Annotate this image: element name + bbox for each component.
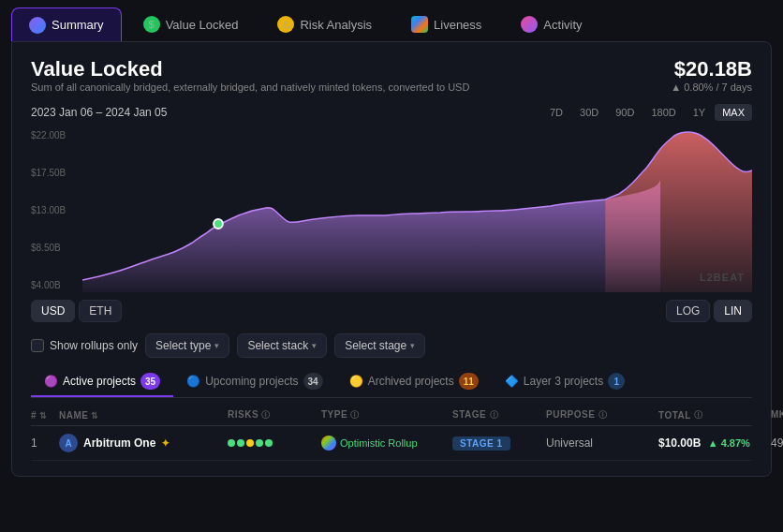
row-name: A Arbitrum One ✦ (59, 434, 228, 452)
chevron-down-icon: ▾ (410, 341, 415, 350)
range-180d[interactable]: 180D (643, 104, 683, 121)
filter-type-button[interactable]: Select type ▾ (145, 333, 229, 358)
table-row: 1 A Arbitrum One ✦ Optimistic Rollup STA… (31, 426, 752, 461)
rollup-checkbox[interactable] (31, 339, 44, 352)
tab-risk-analysis-label: Risk Analysis (300, 18, 372, 32)
scale-group: LOG LIN (666, 300, 752, 322)
col-stage-label: STAGE (452, 409, 486, 420)
tab-activity-label: Activity (543, 18, 582, 32)
currency-usd[interactable]: USD (31, 300, 75, 322)
col-total-label: TOTAL (658, 410, 691, 421)
archived-projects-icon: 🟡 (349, 375, 363, 388)
chart-area-red (605, 132, 752, 292)
filter-stack-button[interactable]: Select stack ▾ (237, 333, 327, 358)
chart-period: / 7 days (716, 81, 752, 93)
upcoming-projects-icon: 🔵 (186, 375, 200, 388)
chart-title: Value Locked (31, 57, 469, 81)
tab-value-locked-label: Value Locked (166, 18, 239, 32)
main-panel: Value Locked Sum of all canonically brid… (11, 41, 772, 477)
tab-activity[interactable]: Activity (503, 7, 599, 41)
currency-row: USD ETH LOG LIN (31, 300, 752, 322)
filter-stage-button[interactable]: Select stage ▾ (334, 333, 425, 358)
tab-liveness[interactable]: Liveness (393, 7, 499, 41)
range-30d[interactable]: 30D (572, 104, 606, 121)
col-header-risks: RISKS ⓘ (228, 409, 321, 421)
info-icon: ⓘ (261, 410, 271, 420)
chart-marker-dot (214, 219, 223, 229)
filter-row: Show rollups only Select type ▾ Select s… (31, 333, 752, 358)
range-7d[interactable]: 7D (542, 104, 570, 121)
col-type-label: TYPE (321, 409, 347, 420)
row-total: $10.00B ▲ 4.87% (658, 436, 771, 450)
tab-value-locked[interactable]: $ Value Locked (126, 7, 257, 41)
col-header-num[interactable]: # ⇅ (31, 409, 59, 421)
scale-log[interactable]: LOG (666, 300, 710, 322)
row-purpose: Universal (546, 436, 658, 450)
row-type-text: Optimistic Rollup (340, 437, 418, 449)
chart-svg (82, 128, 752, 292)
tab-archived-projects[interactable]: 🟡 Archived projects 11 (336, 367, 492, 397)
chart-change-value: ▲ 0.80% (671, 81, 713, 93)
chevron-down-icon: ▾ (312, 341, 317, 350)
active-projects-badge: 35 (140, 373, 160, 390)
tab-layer3-projects[interactable]: 🔷 Layer 3 projects 1 (492, 367, 638, 397)
info-icon: ⓘ (598, 410, 608, 420)
tab-active-projects[interactable]: 🟣 Active projects 35 (31, 367, 173, 397)
layer3-projects-icon: 🔷 (505, 375, 519, 388)
chart-y-labels: $22.00B $17.50B $13.00B $8.50B $4.00B (31, 128, 66, 292)
y-label-1: $17.50B (31, 168, 66, 178)
col-header-type: TYPE ⓘ (321, 409, 452, 421)
range-1y[interactable]: 1Y (686, 104, 713, 121)
y-label-2: $13.00B (31, 205, 66, 215)
row-change: ▲ 4.87% (708, 437, 750, 449)
value-locked-title: Value Locked Sum of all canonically brid… (31, 57, 469, 100)
scale-lin[interactable]: LIN (714, 300, 752, 322)
col-header-total[interactable]: TOTAL ⓘ (658, 409, 771, 421)
chart-svg-area: L2BEAT (82, 128, 752, 292)
col-mktshare-label: MKT SHARE (771, 409, 783, 420)
filter-stack-label: Select stack (247, 339, 308, 352)
risk-dot-2 (237, 439, 244, 447)
col-header-mktshare: MKT SHARE ⓘ (771, 409, 783, 421)
tab-upcoming-projects[interactable]: 🔵 Upcoming projects 34 (173, 367, 336, 397)
tab-risk-analysis[interactable]: ⚠ Risk Analysis (259, 7, 390, 41)
active-projects-label: Active projects (63, 375, 136, 388)
nav-tabs: Summary $ Value Locked ⚠ Risk Analysis L… (0, 0, 783, 41)
value-locked-header: Value Locked Sum of all canonically brid… (31, 57, 752, 100)
sort-icon: ⇅ (91, 411, 99, 421)
liveness-icon (411, 16, 428, 33)
chart-change: ▲ 0.80% / 7 days (671, 81, 752, 93)
layer3-projects-badge: 1 (608, 373, 625, 390)
y-label-0: $22.00B (31, 130, 66, 140)
row-type: Optimistic Rollup (321, 436, 452, 451)
col-header-name[interactable]: NAME ⇅ (59, 409, 228, 421)
col-header-stage: STAGE ⓘ (452, 409, 546, 421)
col-purpose-label: PURPOSE (546, 409, 595, 420)
rollup-label: Show rollups only (50, 339, 138, 352)
tab-summary[interactable]: Summary (11, 7, 122, 41)
value-locked-amount-block: $20.18B ▲ 0.80% / 7 days (671, 57, 752, 93)
verified-icon: ✦ (161, 437, 170, 450)
col-header-purpose: PURPOSE ⓘ (546, 409, 658, 421)
layer3-projects-label: Layer 3 projects (524, 375, 603, 388)
row-name-text: Arbitrum One (83, 436, 155, 450)
date-row: 2023 Jan 06 – 2024 Jan 05 7D 30D 90D 180… (31, 104, 752, 121)
range-max[interactable]: MAX (715, 104, 752, 121)
currency-eth[interactable]: ETH (79, 300, 122, 322)
sort-icon: ⇅ (39, 411, 48, 421)
risk-dot-4 (256, 439, 263, 447)
risk-dot-3 (246, 439, 254, 447)
chevron-down-icon: ▾ (214, 341, 219, 350)
info-icon: ⓘ (350, 410, 360, 420)
active-projects-icon: 🟣 (44, 375, 58, 388)
row-mktshare: 49.53% (771, 436, 783, 450)
range-90d[interactable]: 90D (608, 104, 642, 121)
risk-indicators (228, 439, 273, 447)
y-label-3: $8.50B (31, 243, 66, 253)
row-risks (228, 436, 321, 450)
y-label-4: $4.00B (31, 280, 66, 290)
info-icon: ⓘ (694, 409, 703, 421)
rollup-toggle[interactable]: Show rollups only (31, 339, 138, 352)
value-locked-icon: $ (143, 16, 160, 33)
col-name-label: NAME (59, 410, 88, 421)
